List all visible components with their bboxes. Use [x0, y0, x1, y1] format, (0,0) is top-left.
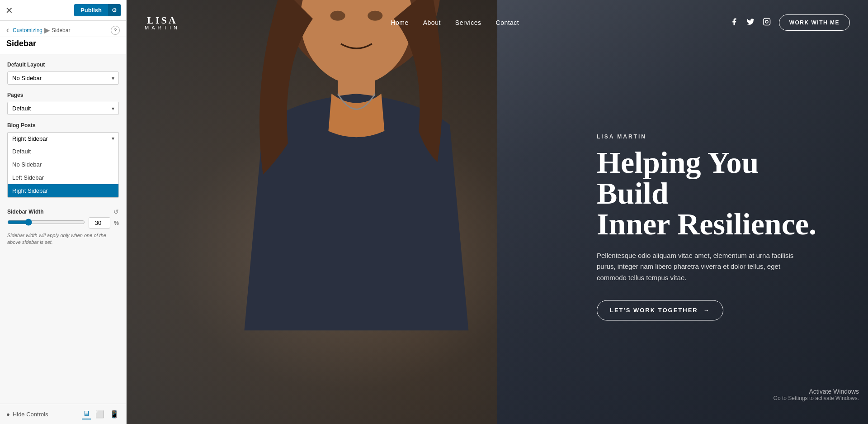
facebook-icon[interactable]	[730, 18, 738, 28]
sidebar-width-reset-button[interactable]: ↺	[113, 208, 119, 215]
mobile-device-button[interactable]: 📱	[109, 409, 120, 419]
svg-point-6	[765, 20, 768, 23]
desktop-icon: 🖥	[83, 410, 90, 417]
sidebar-width-label: Sidebar Width	[7, 209, 44, 215]
unit-label: %	[114, 220, 119, 226]
logo-subtitle: MARTIN	[145, 25, 180, 30]
work-with-me-button[interactable]: WORK WITH ME	[779, 14, 850, 31]
activate-windows-subtitle: Go to Settings to activate Windows.	[774, 395, 859, 401]
twitter-icon[interactable]	[746, 18, 755, 28]
panel-title: Sidebar	[0, 37, 126, 54]
blog-posts-select-wrapper: Default No Sidebar Left Sidebar Right Si…	[7, 132, 119, 145]
hero-description: Pellentesque odio aliquam vitae amet, el…	[597, 250, 796, 284]
blog-posts-label: Blog Posts	[7, 122, 119, 129]
desktop-device-button[interactable]: 🖥	[82, 409, 91, 419]
panel-topbar: ✕ Publish ⚙	[0, 0, 126, 21]
close-button[interactable]: ✕	[5, 5, 13, 16]
sidebar-width-slider[interactable]	[7, 219, 85, 226]
pages-label: Pages	[7, 92, 119, 98]
help-button[interactable]: ?	[111, 26, 120, 35]
nav-home[interactable]: Home	[391, 19, 408, 26]
hero-cta-label: LET'S WORK TOGETHER	[610, 307, 698, 314]
instagram-icon[interactable]	[763, 18, 771, 28]
activate-windows: Activate Windows Go to Settings to activ…	[774, 388, 859, 401]
option-right-sidebar[interactable]: Right Sidebar	[8, 184, 118, 197]
hero-author: LISA MARTIN	[597, 133, 832, 140]
preview-area: LISA MARTIN Home About Services Contact	[127, 0, 868, 424]
blog-posts-select[interactable]: Default No Sidebar Left Sidebar Right Si…	[7, 132, 119, 145]
hero-cta-arrow-icon: →	[703, 307, 710, 314]
default-layout-label: Default Layout	[7, 62, 119, 68]
logo-name: LISA	[147, 15, 177, 25]
option-left-sidebar[interactable]: Left Sidebar	[8, 171, 118, 184]
customizer-panel: ✕ Publish ⚙ ‹ Customizing ▶ Sidebar ? Si…	[0, 0, 127, 424]
hide-controls-circle-icon: ●	[6, 411, 10, 418]
hero-heading-line1: Helping You Build	[597, 145, 759, 210]
panel-breadcrumb: ‹ Customizing ▶ Sidebar ?	[0, 21, 126, 37]
device-buttons: 🖥 ⬜ 📱	[82, 409, 120, 419]
site-logo: LISA MARTIN	[145, 15, 180, 30]
nav-contact[interactable]: Contact	[496, 19, 519, 26]
breadcrumb-current: Sidebar	[52, 27, 70, 33]
activate-windows-title: Activate Windows	[774, 388, 859, 395]
hero-cta-button[interactable]: LET'S WORK TOGETHER →	[597, 300, 723, 320]
tablet-icon: ⬜	[95, 410, 104, 418]
blog-posts-dropdown: Default No Sidebar Left Sidebar Right Si…	[7, 145, 119, 198]
nav-about[interactable]: About	[423, 19, 441, 26]
publish-button[interactable]: Publish	[74, 4, 108, 16]
back-button[interactable]: ‹	[6, 25, 9, 35]
slider-row: %	[7, 217, 119, 229]
hero-heading-line2: Inner Resilience.	[597, 207, 816, 241]
option-default[interactable]: Default	[8, 145, 118, 158]
panel-footer: ● Hide Controls 🖥 ⬜ 📱	[0, 404, 126, 424]
sidebar-width-hint: Sidebar width will apply only when one o…	[7, 232, 119, 246]
pages-select[interactable]: Default No Sidebar Left Sidebar Right Si…	[7, 102, 119, 115]
default-layout-select[interactable]: No Sidebar Left Sidebar Right Sidebar	[7, 71, 119, 85]
nav-services[interactable]: Services	[455, 19, 481, 26]
site-navigation: LISA MARTIN Home About Services Contact	[127, 0, 868, 45]
publish-gear-button[interactable]: ⚙	[108, 4, 121, 16]
sidebar-width-input[interactable]	[89, 217, 110, 229]
hero-content: LISA MARTIN Helping You Build Inner Resi…	[597, 133, 832, 320]
publish-group: Publish ⚙	[74, 4, 121, 16]
slider-wrapper	[7, 219, 85, 228]
nav-right: WORK WITH ME	[730, 14, 850, 31]
website-preview: LISA MARTIN Home About Services Contact	[127, 0, 868, 424]
tablet-device-button[interactable]: ⬜	[94, 409, 105, 419]
nav-links: Home About Services Contact	[391, 19, 519, 26]
hide-controls-label: Hide Controls	[13, 411, 48, 418]
person-figure	[201, 0, 512, 424]
default-layout-select-wrapper: No Sidebar Left Sidebar Right Sidebar	[7, 71, 119, 85]
customizing-link[interactable]: Customizing	[13, 27, 42, 33]
option-no-sidebar[interactable]: No Sidebar	[8, 158, 118, 171]
panel-body: Default Layout No Sidebar Left Sidebar R…	[0, 54, 126, 404]
hero-heading: Helping You Build Inner Resilience.	[597, 147, 832, 239]
sidebar-width-row: Sidebar Width ↺	[7, 208, 119, 215]
hide-controls-button[interactable]: ● Hide Controls	[6, 411, 48, 418]
breadcrumb-arrow: ▶	[44, 26, 50, 34]
mobile-icon: 📱	[110, 410, 119, 418]
pages-select-wrapper: Default No Sidebar Left Sidebar Right Si…	[7, 102, 119, 115]
svg-rect-5	[763, 19, 770, 25]
